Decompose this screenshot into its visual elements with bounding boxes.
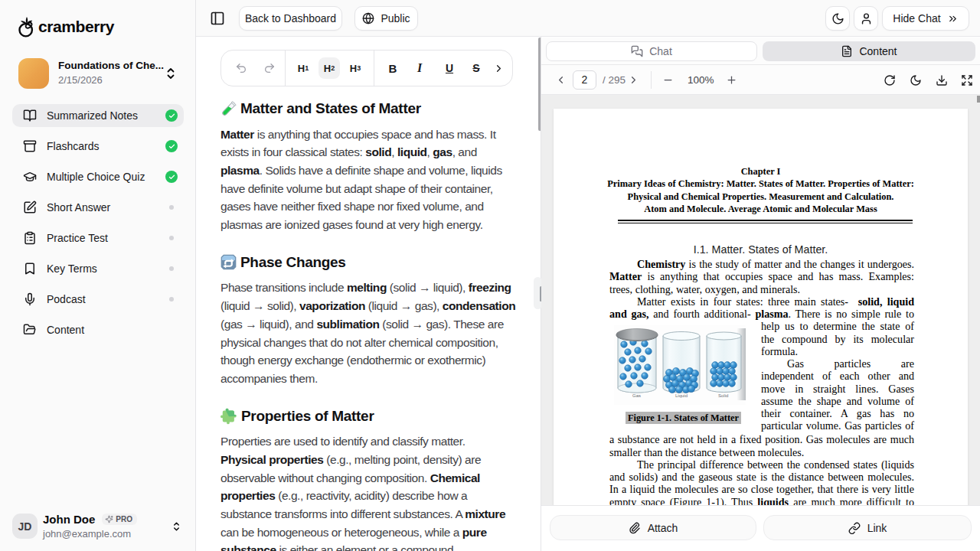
svg-text:Gas: Gas — [632, 393, 641, 398]
svg-text:Liquid: Liquid — [675, 393, 688, 398]
svg-text:Solid: Solid — [718, 393, 728, 398]
